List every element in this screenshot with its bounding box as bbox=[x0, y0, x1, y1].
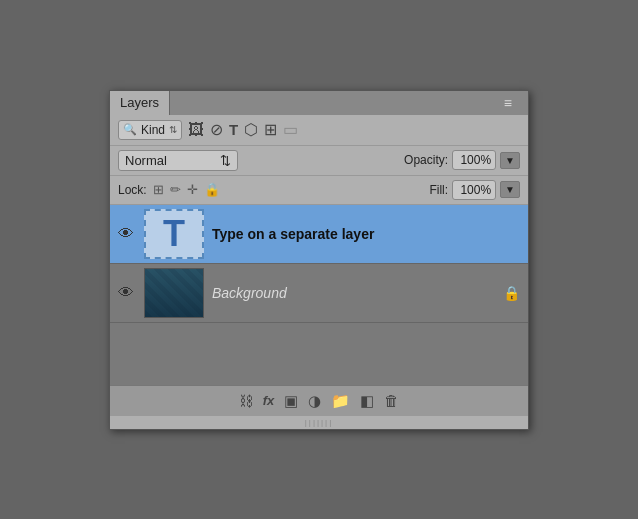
lock-badge-1: 🔒 bbox=[503, 285, 520, 301]
delete-icon[interactable]: 🗑 bbox=[384, 392, 399, 409]
type-filter-icon[interactable]: T bbox=[229, 121, 238, 138]
layer-name-0: Type on a separate layer bbox=[212, 226, 520, 242]
layers-panel: Layers ≡ 🔍 Kind ⇅ 🖼 ⊘ T ⬡ ⊞ ▭ Normal ⇅ O… bbox=[109, 90, 529, 430]
kind-arrows: ⇅ bbox=[169, 124, 177, 135]
tab-layers[interactable]: Layers bbox=[110, 91, 170, 115]
lock-move-icon[interactable]: ✛ bbox=[187, 182, 198, 197]
visibility-icon-0[interactable]: 👁 bbox=[118, 225, 136, 243]
layer-thumb-0: T bbox=[144, 209, 204, 259]
opacity-label: Opacity: bbox=[404, 153, 448, 167]
fill-label: Fill: bbox=[429, 183, 448, 197]
filter-toolbar: 🔍 Kind ⇅ 🖼 ⊘ T ⬡ ⊞ ▭ bbox=[110, 115, 528, 146]
rect-filter-icon[interactable]: ▭ bbox=[283, 120, 298, 139]
lock-row: Lock: ⊞ ✏ ✛ 🔒 Fill: 100% ▼ bbox=[110, 176, 528, 205]
panel-menu-icon[interactable]: ≡ bbox=[496, 91, 520, 115]
opacity-group: Opacity: 100% ▼ bbox=[404, 150, 520, 170]
mask-icon[interactable]: ▣ bbox=[284, 392, 298, 410]
blend-row: Normal ⇅ Opacity: 100% ▼ bbox=[110, 146, 528, 176]
kind-select[interactable]: 🔍 Kind ⇅ bbox=[118, 120, 182, 140]
layer-name-1: Background bbox=[212, 285, 495, 301]
transform-filter-icon[interactable]: ⬡ bbox=[244, 120, 258, 139]
fill-dropdown[interactable]: ▼ bbox=[500, 181, 520, 198]
effects-icon[interactable]: fx bbox=[263, 393, 275, 408]
fill-group: Fill: 100% ▼ bbox=[429, 180, 520, 200]
layer-item-1[interactable]: 👁 Background 🔒 bbox=[110, 264, 528, 323]
search-icon: 🔍 bbox=[123, 123, 137, 136]
fill-input[interactable]: 100% bbox=[452, 180, 496, 200]
blend-mode-arrow: ⇅ bbox=[220, 153, 231, 168]
kind-label: Kind bbox=[141, 123, 165, 137]
lock-label: Lock: bbox=[118, 183, 147, 197]
new-layer-icon[interactable]: ◧ bbox=[360, 392, 374, 410]
folder-icon[interactable]: 📁 bbox=[331, 392, 350, 410]
resize-gripper: ||||||| bbox=[110, 416, 528, 429]
lock-brush-icon[interactable]: ✏ bbox=[170, 182, 181, 197]
tab-bar: Layers ≡ bbox=[110, 91, 528, 115]
layers-list: 👁 T Type on a separate layer 👁 Backgroun… bbox=[110, 205, 528, 385]
bg-pattern bbox=[145, 269, 203, 317]
opacity-dropdown[interactable]: ▼ bbox=[500, 152, 520, 169]
type-icon: T bbox=[163, 213, 185, 255]
layer-item-0[interactable]: 👁 T Type on a separate layer bbox=[110, 205, 528, 264]
lock-pixels-icon[interactable]: ⊞ bbox=[153, 182, 164, 197]
visibility-icon-1[interactable]: 👁 bbox=[118, 284, 136, 302]
opacity-input[interactable]: 100% bbox=[452, 150, 496, 170]
image-filter-icon[interactable]: 🖼 bbox=[188, 121, 204, 139]
layer-thumb-1 bbox=[144, 268, 204, 318]
circle-filter-icon[interactable]: ⊘ bbox=[210, 120, 223, 139]
blend-mode-value: Normal bbox=[125, 153, 167, 168]
link-icon[interactable]: ⛓ bbox=[239, 393, 253, 409]
adjustment-filter-icon[interactable]: ⊞ bbox=[264, 120, 277, 139]
adjustment-layer-icon[interactable]: ◑ bbox=[308, 392, 321, 410]
blend-mode-select[interactable]: Normal ⇅ bbox=[118, 150, 238, 171]
lock-all-icon[interactable]: 🔒 bbox=[204, 182, 220, 197]
bottom-toolbar: ⛓ fx ▣ ◑ 📁 ◧ 🗑 bbox=[110, 385, 528, 416]
